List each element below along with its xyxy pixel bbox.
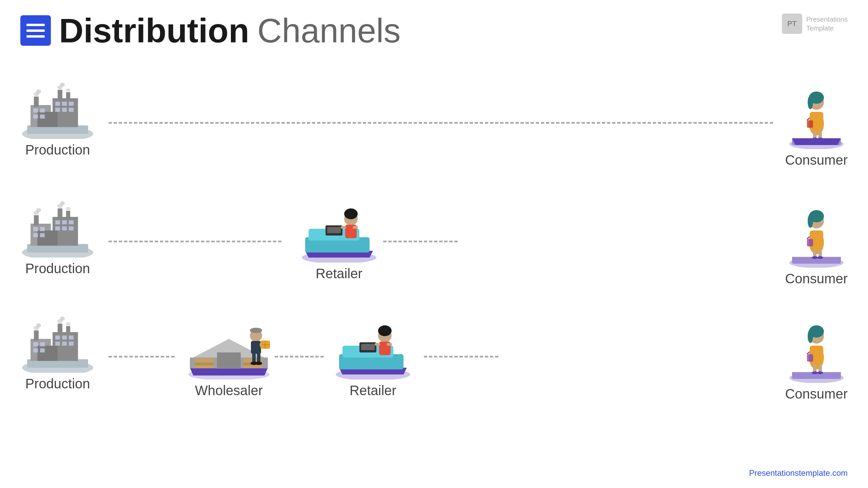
svg-rect-89 (37, 346, 58, 361)
svg-rect-126 (252, 352, 256, 363)
consumer-icon-3 (786, 312, 847, 383)
svg-rect-96 (69, 336, 74, 340)
svg-point-137 (378, 325, 392, 336)
svg-rect-102 (66, 326, 70, 333)
label-wholesaler-3: Wholesaler (195, 383, 263, 398)
svg-line-147 (807, 352, 810, 354)
svg-rect-112 (217, 352, 241, 369)
svg-rect-51 (69, 226, 74, 230)
svg-rect-113 (195, 359, 214, 362)
consumer-icon-2 (786, 197, 847, 268)
retailer-icon-3 (332, 305, 414, 380)
svg-rect-7 (33, 115, 38, 119)
menu-icon (20, 15, 51, 46)
svg-point-154 (817, 371, 823, 374)
main-content: Production Cons (0, 68, 868, 488)
svg-point-67 (344, 208, 358, 219)
svg-line-77 (807, 237, 810, 239)
svg-rect-140 (387, 343, 392, 346)
svg-rect-90 (33, 342, 38, 346)
node-consumer-3: Consumer (785, 312, 848, 402)
svg-rect-14 (69, 108, 74, 112)
svg-rect-17 (66, 92, 70, 100)
svg-rect-65 (327, 227, 341, 233)
node-retailer-2: Retailer (298, 188, 380, 281)
label-production-2: Production (25, 261, 90, 276)
label-retailer-3: Retailer (350, 383, 396, 398)
svg-rect-69 (341, 226, 346, 229)
svg-rect-47 (62, 220, 67, 224)
svg-rect-8 (40, 115, 45, 119)
svg-point-36 (817, 138, 823, 140)
brand-text: Presentations Template (806, 15, 848, 33)
title-light: Channels (257, 14, 401, 47)
svg-rect-93 (40, 348, 45, 352)
svg-rect-5 (33, 108, 38, 113)
svg-rect-52 (34, 215, 39, 225)
svg-point-35 (812, 138, 818, 140)
svg-rect-115 (195, 365, 214, 368)
svg-rect-76 (807, 239, 813, 246)
factory-icon-2 (20, 197, 95, 258)
svg-rect-13 (62, 108, 67, 112)
svg-point-107 (66, 322, 71, 326)
svg-point-56 (36, 208, 41, 212)
svg-rect-94 (55, 336, 60, 340)
dashed-line-row3b (275, 356, 324, 358)
svg-rect-6 (40, 108, 45, 113)
svg-point-153 (812, 371, 818, 374)
svg-point-83 (812, 256, 818, 259)
svg-point-58 (60, 201, 65, 205)
svg-rect-50 (62, 226, 67, 230)
svg-rect-121 (251, 341, 261, 354)
brand-logo: PT Presentations Template (782, 14, 848, 34)
node-consumer-1: Consumer (785, 78, 848, 168)
title-bold: Distribution (59, 14, 249, 47)
svg-rect-98 (62, 342, 67, 346)
header: Distribution Channels (0, 0, 868, 54)
svg-marker-109 (190, 368, 268, 375)
svg-rect-43 (40, 227, 45, 231)
svg-rect-12 (55, 108, 60, 112)
svg-point-21 (60, 83, 65, 87)
svg-rect-48 (69, 220, 74, 224)
svg-point-59 (66, 207, 71, 210)
svg-rect-135 (361, 344, 375, 350)
svg-point-150 (808, 329, 813, 343)
svg-rect-9 (55, 102, 60, 106)
svg-rect-91 (40, 342, 45, 346)
svg-line-29 (807, 118, 810, 120)
consumer-icon-1 (786, 78, 847, 149)
svg-rect-16 (58, 90, 62, 99)
retailer-icon-2 (298, 188, 380, 263)
node-consumer-2: Consumer (785, 197, 848, 286)
svg-rect-127 (257, 352, 260, 363)
factory-icon-1 (20, 78, 95, 139)
svg-point-22 (66, 88, 71, 92)
svg-rect-28 (807, 120, 813, 128)
dashed-line-row2a (108, 241, 281, 242)
svg-rect-114 (195, 363, 214, 365)
dashed-line-row1 (108, 122, 773, 124)
svg-rect-4 (37, 112, 58, 127)
svg-rect-44 (33, 233, 38, 237)
svg-rect-42 (33, 227, 38, 231)
label-retailer-2: Retailer (316, 266, 362, 281)
svg-rect-95 (62, 336, 67, 340)
svg-rect-41 (37, 230, 58, 246)
dashed-line-row3c (424, 356, 498, 358)
svg-rect-70 (353, 226, 358, 229)
footer-url: Presentationstemplate.com (749, 468, 848, 478)
svg-rect-97 (55, 342, 60, 346)
svg-point-104 (36, 323, 41, 327)
label-consumer-2: Consumer (785, 271, 848, 286)
svg-rect-11 (69, 102, 74, 106)
svg-rect-46 (55, 220, 60, 224)
svg-point-19 (36, 89, 41, 94)
node-production-1: Production (20, 78, 95, 158)
dashed-line-row3a (108, 356, 175, 358)
svg-point-129 (255, 362, 262, 365)
svg-rect-139 (375, 343, 380, 346)
factory-icon-3 (20, 312, 95, 373)
svg-rect-99 (69, 342, 74, 346)
